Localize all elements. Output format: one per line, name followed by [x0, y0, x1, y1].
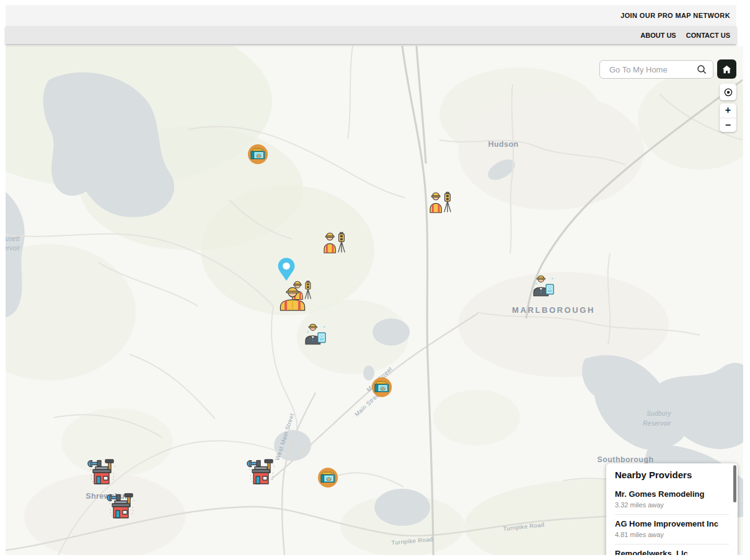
locate-me-button[interactable]: [720, 84, 736, 100]
search-input[interactable]: [608, 64, 697, 75]
panel-scrollbar[interactable]: [733, 465, 737, 554]
provider-name: AG Home Improvement Inc: [615, 519, 729, 528]
provider-item[interactable]: Mr. Gomes Remodeling 3.32 miles away: [615, 485, 729, 514]
housetools-marker-icon[interactable]: [105, 491, 138, 522]
worker-marker-icon[interactable]: [278, 285, 307, 311]
provider-name: Remodelwerks, Llc: [615, 549, 729, 555]
locate-icon: [723, 87, 733, 97]
provider-name: Mr. Gomes Remodeling: [615, 489, 729, 499]
housetools-marker-icon[interactable]: [86, 457, 119, 488]
provider-item[interactable]: AG Home Improvement Inc 4.81 miles away: [615, 514, 729, 544]
nearby-providers-title: Nearby Providers: [606, 463, 738, 485]
panel-scrollbar-thumb[interactable]: [733, 465, 736, 502]
join-pro-network-link[interactable]: JOIN OUR PRO MAP NETWORK: [620, 12, 730, 19]
about-us-link[interactable]: ABOUT US: [640, 32, 676, 39]
surveyor-marker-icon[interactable]: [322, 228, 348, 254]
surveyor-marker-icon[interactable]: [428, 188, 454, 214]
nearby-providers-panel: Nearby Providers Mr. Gomes Remodeling 3.…: [606, 463, 738, 555]
contact-us-link[interactable]: CONTACT US: [686, 32, 730, 39]
zoom-out-button[interactable]: −: [720, 118, 736, 133]
blueprint-marker-icon[interactable]: [371, 377, 392, 398]
housetools-marker-icon[interactable]: [245, 457, 278, 488]
blueprint-marker-icon[interactable]: [247, 144, 268, 165]
home-icon: [722, 65, 731, 74]
main-nav-bar: ABOUT US CONTACT US: [6, 26, 736, 44]
search-icon[interactable]: [697, 64, 707, 74]
engineer-marker-icon[interactable]: [304, 320, 328, 345]
provider-item[interactable]: Remodelwerks, Llc 5.03 miles away: [615, 544, 729, 555]
blueprint-marker-icon[interactable]: [317, 467, 338, 488]
engineer-marker-icon[interactable]: [532, 272, 556, 297]
provider-distance: 4.81 miles away: [615, 531, 729, 538]
top-utility-bar: JOIN OUR PRO MAP NETWORK: [6, 5, 736, 26]
zoom-control: + −: [720, 103, 736, 132]
search-box: [599, 60, 713, 79]
provider-distance: 3.32 miles away: [615, 501, 729, 509]
map-canvas[interactable]: HudsonMARLBOROUGHSouthboroughShrewsburyS…: [6, 46, 743, 555]
zoom-in-button[interactable]: +: [720, 103, 736, 118]
go-home-button[interactable]: [717, 59, 736, 79]
provider-list: Mr. Gomes Remodeling 3.32 miles away AG …: [606, 485, 738, 555]
